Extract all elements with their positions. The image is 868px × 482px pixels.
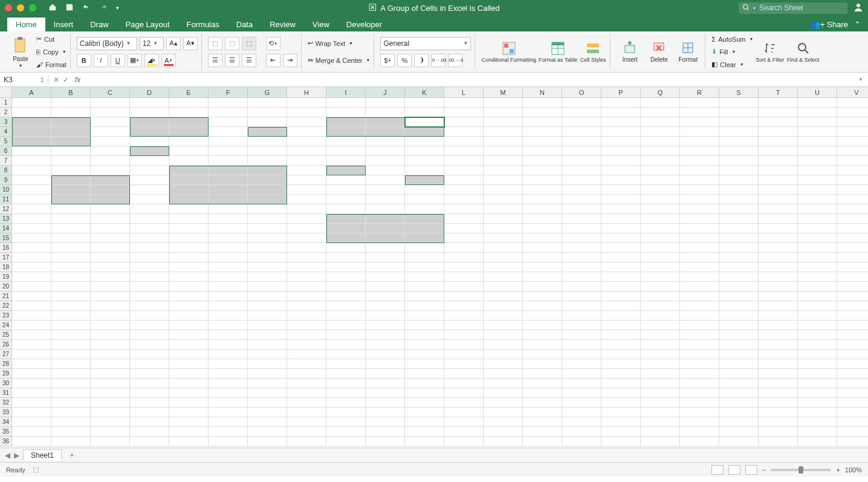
cell[interactable]: [248, 301, 287, 311]
cell[interactable]: [641, 437, 680, 446]
cell[interactable]: [326, 253, 366, 262]
cell[interactable]: [798, 398, 837, 408]
cell[interactable]: [484, 398, 523, 408]
save-icon[interactable]: [65, 3, 74, 13]
cell[interactable]: [366, 185, 405, 195]
paste-button[interactable]: Paste ▼: [7, 34, 34, 70]
redo-icon[interactable]: [99, 3, 108, 13]
cell[interactable]: [484, 330, 523, 340]
cell[interactable]: [562, 214, 601, 224]
cell[interactable]: [484, 262, 523, 272]
cell[interactable]: [248, 311, 287, 321]
cell[interactable]: [484, 253, 523, 262]
cell[interactable]: [837, 272, 868, 282]
cell[interactable]: [444, 175, 484, 185]
cell[interactable]: [248, 417, 287, 427]
cell[interactable]: [169, 108, 209, 117]
cell[interactable]: [12, 233, 51, 243]
cell[interactable]: [405, 388, 444, 398]
cell[interactable]: [91, 350, 130, 359]
row-header[interactable]: 28: [0, 359, 12, 369]
cell[interactable]: [326, 359, 366, 369]
align-left-button[interactable]: ☰: [208, 54, 222, 67]
cell[interactable]: [405, 417, 444, 427]
cell[interactable]: [405, 137, 444, 146]
cell[interactable]: [484, 321, 523, 330]
cell[interactable]: [287, 427, 326, 437]
cell[interactable]: [51, 146, 91, 156]
cell[interactable]: [366, 195, 405, 204]
close-window-button[interactable]: [5, 4, 12, 11]
cell[interactable]: [601, 195, 641, 204]
cell[interactable]: [287, 185, 326, 195]
cell[interactable]: [798, 98, 837, 108]
cell[interactable]: [837, 330, 868, 340]
cell[interactable]: [601, 311, 641, 321]
cell[interactable]: [366, 127, 405, 137]
cell[interactable]: [326, 127, 366, 137]
cell[interactable]: [209, 388, 248, 398]
cell[interactable]: [641, 185, 680, 195]
cell[interactable]: [366, 117, 405, 127]
cell[interactable]: [169, 398, 209, 408]
cell[interactable]: [287, 137, 326, 146]
cell[interactable]: [405, 311, 444, 321]
cell[interactable]: [209, 108, 248, 117]
row-header[interactable]: 31: [0, 388, 12, 398]
cell[interactable]: [719, 214, 759, 224]
cell[interactable]: [209, 330, 248, 340]
cell[interactable]: [326, 243, 366, 253]
cell[interactable]: [405, 291, 444, 301]
cell[interactable]: [444, 233, 484, 243]
cell[interactable]: [641, 204, 680, 214]
cell[interactable]: [130, 388, 169, 398]
cell[interactable]: [12, 137, 51, 146]
cell[interactable]: [680, 214, 719, 224]
cell[interactable]: [837, 350, 868, 359]
cell[interactable]: [326, 272, 366, 282]
cell[interactable]: [798, 224, 837, 233]
cell[interactable]: [12, 175, 51, 185]
cell[interactable]: [326, 262, 366, 272]
cell[interactable]: [641, 340, 680, 350]
cell[interactable]: [759, 166, 798, 175]
cell[interactable]: [405, 437, 444, 446]
cell[interactable]: [91, 282, 130, 291]
cell[interactable]: [209, 233, 248, 243]
cell[interactable]: [91, 398, 130, 408]
cell[interactable]: [484, 127, 523, 137]
cell[interactable]: [680, 243, 719, 253]
cell[interactable]: [798, 127, 837, 137]
cell[interactable]: [12, 272, 51, 282]
cell[interactable]: [798, 311, 837, 321]
cell[interactable]: [484, 291, 523, 301]
page-layout-view-button[interactable]: [728, 465, 740, 475]
column-header[interactable]: S: [719, 87, 759, 98]
cell[interactable]: [837, 321, 868, 330]
cell[interactable]: [759, 272, 798, 282]
cell[interactable]: [209, 369, 248, 379]
cell[interactable]: [484, 359, 523, 369]
column-header[interactable]: D: [130, 87, 169, 98]
row-header[interactable]: 10: [0, 185, 12, 195]
maximize-window-button[interactable]: [29, 4, 36, 11]
cell[interactable]: [719, 137, 759, 146]
cell[interactable]: [287, 262, 326, 272]
cell[interactable]: [91, 437, 130, 446]
cell[interactable]: [51, 214, 91, 224]
enter-formula-icon[interactable]: ✓: [63, 76, 69, 84]
cell[interactable]: [484, 195, 523, 204]
cell[interactable]: [366, 427, 405, 437]
cell[interactable]: [326, 156, 366, 166]
cell[interactable]: [798, 204, 837, 214]
cell[interactable]: [798, 369, 837, 379]
wrap-text-button[interactable]: ↩Wrap Text▼: [308, 38, 371, 49]
cell[interactable]: [444, 291, 484, 301]
cell[interactable]: [366, 137, 405, 146]
cell[interactable]: [91, 233, 130, 243]
cell[interactable]: [759, 204, 798, 214]
cell[interactable]: [601, 253, 641, 262]
cell[interactable]: [523, 369, 562, 379]
cell[interactable]: [209, 166, 248, 175]
cell[interactable]: [405, 330, 444, 340]
